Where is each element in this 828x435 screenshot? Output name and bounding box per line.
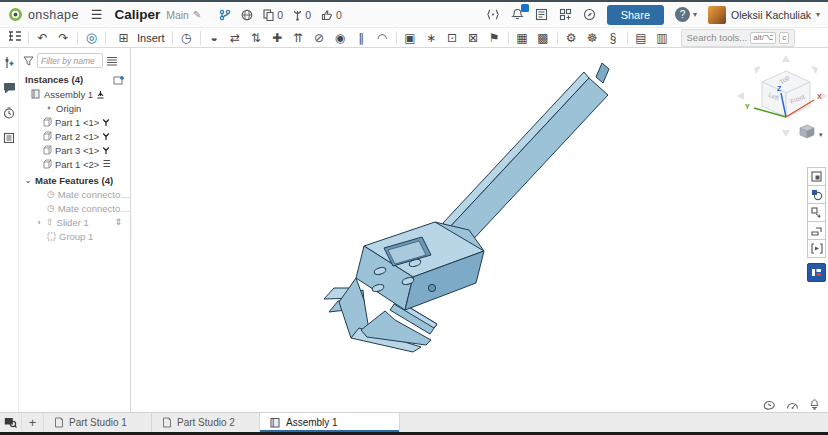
branch-icon[interactable]	[219, 9, 231, 21]
model-caliper[interactable]	[324, 63, 609, 352]
rotate-down-arrow[interactable]	[782, 130, 790, 137]
mate-features-header[interactable]: ⌄ Mate Features (4)	[19, 173, 130, 187]
appearance-button[interactable]: ▩	[533, 29, 554, 47]
mate-limits-icon[interactable]: ⇕	[114, 217, 122, 227]
slider-mate-button[interactable]: ⇅	[246, 29, 267, 47]
part-studio-tab-icon	[54, 417, 64, 428]
tab-part-studio-2[interactable]: Part Studio 2	[152, 413, 260, 432]
mate-connector-button[interactable]: ◷	[176, 29, 197, 47]
document-properties-icon[interactable]	[535, 8, 548, 21]
mate-feature-connector1[interactable]: ◷ Mate connector 1	[19, 187, 130, 201]
tree-item-part3-1[interactable]: Part 3 <1>	[19, 143, 130, 157]
section-view-panel-button[interactable]	[807, 221, 826, 240]
screw-relation-button[interactable]: §	[603, 29, 624, 47]
bom-table-button[interactable]: ▦	[512, 29, 533, 47]
share-button[interactable]: Share	[607, 5, 664, 25]
tree-item-origin[interactable]: Origin	[19, 101, 130, 115]
tree-item-part1-2[interactable]: Part 1 <2> ☰	[19, 157, 130, 171]
properties-table-icon[interactable]	[3, 132, 15, 144]
filter-funnel-icon[interactable]	[23, 56, 34, 66]
filter-input[interactable]	[37, 53, 103, 68]
copies-count: 0	[277, 9, 283, 21]
snapshot-button[interactable]: ⊡	[442, 29, 463, 47]
interaction-mode-icon[interactable]	[763, 400, 776, 410]
view-options-menu[interactable]: ▾	[800, 125, 823, 138]
performance-gauge-icon[interactable]	[786, 400, 799, 410]
tangent-mate-button[interactable]: ◠	[372, 29, 393, 47]
tab-assembly-1[interactable]: Assembly 1	[260, 413, 400, 432]
planar-mate-button[interactable]: ✚	[267, 29, 288, 47]
view-cube[interactable]: Top Left Front Y Z X	[737, 55, 827, 137]
caliper-beam-top[interactable]	[443, 72, 589, 229]
mate-relation-button[interactable]: ∗	[421, 29, 442, 47]
insert-button[interactable]: ⊞ Insert	[109, 29, 169, 47]
search-tools-box[interactable]: Search tools... alt/⌥ c	[681, 29, 796, 47]
mate-feature-slider1[interactable]: › ⇧ Slider 1 ⇕	[19, 215, 130, 229]
rotate-ccw-arrow[interactable]	[754, 66, 761, 74]
ball-mate-button[interactable]: ◉	[330, 29, 351, 47]
rotate-up-arrow[interactable]	[782, 55, 790, 62]
redo-button[interactable]: ↷	[53, 29, 74, 47]
learning-center-icon[interactable]	[583, 8, 596, 21]
rename-icon[interactable]: ✎	[193, 9, 201, 20]
public-globe-icon[interactable]	[241, 9, 253, 21]
tree-item-part2-1[interactable]: Part 2 <1>	[19, 129, 130, 143]
sheet-metal-table-button[interactable]: ▥	[652, 29, 673, 47]
app-store-icon[interactable]	[559, 8, 572, 21]
where-used-panel-button[interactable]	[807, 203, 826, 222]
workspace-name[interactable]: Main	[166, 9, 189, 21]
copies-counter[interactable]: 0	[263, 9, 283, 21]
tree-item-assembly[interactable]: Assembly 1	[19, 87, 130, 101]
forks-counter[interactable]: 0	[293, 9, 311, 21]
tab-manager-button[interactable]	[0, 413, 22, 432]
main-menu-icon[interactable]: ☰	[91, 7, 103, 22]
undo-button[interactable]: ↶	[32, 29, 53, 47]
user-menu[interactable]: Oleksii Kachuliak ▾	[708, 6, 820, 24]
configurations-panel-button[interactable]	[807, 185, 826, 204]
bom-panel-button[interactable]	[807, 167, 826, 186]
mate-feature-group1[interactable]: Group 1	[19, 229, 130, 243]
notifications-bell-icon[interactable]	[511, 8, 524, 21]
rotate-cw-arrow[interactable]	[811, 66, 818, 74]
fastened-mate-button[interactable]: ◒	[204, 29, 225, 47]
viewport-canvas[interactable]: Top Left Front Y Z X ▾	[132, 48, 828, 412]
display-states-button[interactable]: ▤	[631, 29, 652, 47]
part-studio-tab-icon	[162, 417, 172, 428]
likes-counter[interactable]: 0	[321, 9, 342, 21]
revolute-mate-button[interactable]: ⇄	[225, 29, 246, 47]
mate-feature-connector2[interactable]: ◷ Mate connector 2	[19, 201, 130, 215]
alerts-bell-icon[interactable]	[809, 399, 820, 410]
named-views-panel-button[interactable]	[807, 239, 826, 258]
insert-instance-icon[interactable]	[113, 75, 125, 85]
tree-item-part1-1[interactable]: Part 1 <1>	[19, 115, 130, 129]
rack-pinion-relation-button[interactable]: ☸	[582, 29, 603, 47]
named-positions-button[interactable]: ⚑	[484, 29, 505, 47]
cylindrical-mate-button[interactable]: ⇈	[288, 29, 309, 47]
toolbar-separator	[172, 31, 173, 45]
comments-icon[interactable]	[3, 82, 16, 94]
instances-panel-toggle-icon[interactable]	[4, 29, 25, 47]
exploded-view-button[interactable]: ⊠	[463, 29, 484, 47]
notification-badge	[521, 4, 529, 12]
onshape-logo[interactable]: onshape	[8, 7, 79, 22]
pin-slot-mate-button[interactable]: ⊘	[309, 29, 330, 47]
history-clock-icon[interactable]	[3, 107, 15, 119]
caliper-depth-rod[interactable]	[596, 63, 609, 83]
caliper-thumb-screw[interactable]	[428, 284, 435, 291]
gear-relation-button[interactable]: ⚙	[561, 29, 582, 47]
feature-script-icon[interactable]	[486, 8, 500, 21]
tab-part-studio-1[interactable]: Part Studio 1	[44, 413, 152, 432]
group-button[interactable]: ▣	[400, 29, 421, 47]
mate-tool-button[interactable]: ◎	[81, 29, 102, 47]
list-options-icon[interactable]	[106, 56, 118, 66]
parallel-mate-button[interactable]: ∥	[351, 29, 372, 47]
header-right-actions: Share ? ▾ Oleksii Kachuliak ▾	[486, 5, 820, 25]
shortcut-key-c: c	[779, 32, 789, 44]
custom-app-panel-button[interactable]	[807, 263, 826, 282]
versions-history-icon[interactable]	[3, 56, 15, 69]
rotate-left-arrow[interactable]	[737, 92, 744, 100]
graphics-viewport[interactable]: Top Left Front Y Z X ▾	[132, 48, 828, 412]
help-menu[interactable]: ? ▾	[675, 7, 697, 22]
caliper-beam[interactable]	[448, 78, 608, 246]
add-tab-button[interactable]: +	[22, 413, 44, 432]
